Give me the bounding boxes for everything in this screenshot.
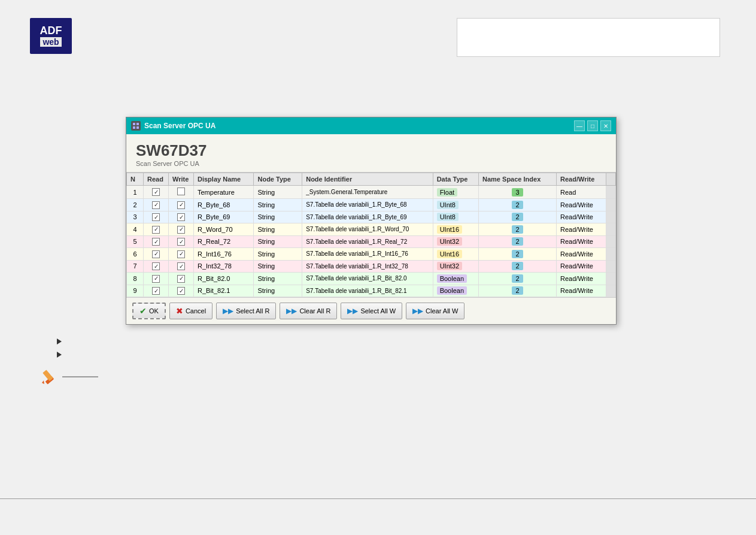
scrollbar-cell	[606, 248, 616, 261]
ns-index-badge: 2	[512, 262, 523, 270]
cell-display-name: R_Int32_78	[194, 260, 254, 273]
select-all-r-label: Select All R	[236, 307, 269, 315]
table-row: 5R_Real_72StringS7.Tabella dele variabil…	[127, 235, 616, 248]
data-type-badge: UInt16	[437, 250, 462, 258]
cell-read[interactable]	[144, 248, 169, 261]
data-type-badge: UInt16	[437, 225, 462, 234]
cell-write[interactable]	[169, 285, 194, 297]
data-type-badge: UInt32	[437, 262, 462, 270]
cell-read[interactable]	[144, 235, 169, 248]
table-row: 7R_Int32_78StringS7.Tabella dele variabi…	[127, 260, 616, 273]
cell-rw: Read/Write	[557, 211, 606, 223]
svg-marker-5	[42, 380, 44, 384]
cell-n: 3	[127, 211, 144, 223]
table-row: 1TemperatureString_System.General.Temper…	[127, 186, 616, 199]
cell-node-id: S7.Tabella dele variabili_1.R_Bit_82.0	[302, 273, 433, 285]
title-bar-text: Scan Server OPC UA	[144, 122, 215, 130]
pencil-area	[41, 368, 98, 385]
data-type-badge: UInt32	[437, 237, 462, 246]
ns-index-badge: 2	[512, 286, 523, 295]
write-checkbox[interactable]	[177, 238, 185, 246]
bullet-2	[57, 352, 65, 358]
read-checkbox[interactable]	[152, 201, 160, 209]
cell-read[interactable]	[144, 260, 169, 273]
cell-write[interactable]	[169, 248, 194, 261]
write-checkbox[interactable]	[177, 275, 185, 283]
logo-web-text: web	[40, 37, 61, 47]
top-right-box	[457, 18, 720, 57]
cell-write[interactable]	[169, 211, 194, 223]
write-checkbox[interactable]	[177, 188, 185, 195]
data-type-badge: Boolean	[437, 274, 467, 283]
maximize-button[interactable]: □	[587, 120, 598, 131]
cell-ns-index: 2	[479, 260, 557, 273]
close-button[interactable]: ✕	[600, 120, 611, 131]
cell-write[interactable]	[169, 223, 194, 236]
cell-write[interactable]	[169, 186, 194, 199]
clear-all-r-label: Clear All R	[299, 307, 330, 315]
table-row: 3R_Byte_69StringS7.Tabella dele variabil…	[127, 211, 616, 223]
cell-data-type: Boolean	[433, 285, 478, 297]
cell-node-type: String	[254, 235, 302, 248]
cell-rw: Read/Write	[557, 199, 606, 211]
read-checkbox[interactable]	[152, 238, 160, 246]
ns-index-badge: 2	[512, 213, 523, 221]
select-all-w-label: Select All W	[360, 307, 396, 315]
cancel-button[interactable]: ✖ Cancel	[169, 303, 212, 319]
dialog-subtitle: Scan Server OPC UA	[136, 160, 606, 167]
cell-data-type: Boolean	[433, 273, 478, 285]
svg-rect-0	[133, 123, 135, 125]
clear-all-w-icon: ▶▶	[412, 307, 423, 315]
clear-all-w-button[interactable]: ▶▶ Clear All W	[406, 303, 464, 319]
write-checkbox[interactable]	[177, 201, 185, 209]
clear-all-r-button[interactable]: ▶▶ Clear All R	[280, 303, 337, 319]
cell-data-type: UInt8	[433, 211, 478, 223]
write-checkbox[interactable]	[177, 262, 185, 270]
col-display-name: Display Name	[194, 173, 254, 186]
cell-node-type: String	[254, 223, 302, 236]
write-checkbox[interactable]	[177, 250, 185, 258]
cancel-icon: ✖	[176, 306, 183, 316]
minimize-button[interactable]: —	[574, 120, 585, 131]
write-checkbox[interactable]	[177, 213, 185, 221]
cell-rw: Read/Write	[557, 260, 606, 273]
pencil-icon	[41, 368, 57, 385]
table-row: 4R_Word_70StringS7.Tabella dele variabil…	[127, 223, 616, 236]
cell-read[interactable]	[144, 199, 169, 211]
write-checkbox[interactable]	[177, 287, 185, 295]
read-checkbox[interactable]	[152, 213, 160, 221]
cell-read[interactable]	[144, 186, 169, 199]
cell-write[interactable]	[169, 260, 194, 273]
scrollbar-cell	[606, 211, 616, 223]
cell-node-type: String	[254, 285, 302, 297]
cell-node-id: S7.Tabella dele variabili_1.R_Word_70	[302, 223, 433, 236]
cell-write[interactable]	[169, 199, 194, 211]
col-ns-index: Name Space Index	[479, 173, 557, 186]
read-checkbox[interactable]	[152, 275, 160, 283]
read-checkbox[interactable]	[152, 188, 160, 196]
cell-read[interactable]	[144, 223, 169, 236]
clear-all-w-label: Clear All W	[426, 307, 458, 315]
read-checkbox[interactable]	[152, 287, 160, 295]
cell-rw: Read/Write	[557, 248, 606, 261]
read-checkbox[interactable]	[152, 262, 160, 270]
read-checkbox[interactable]	[152, 226, 160, 234]
cell-read[interactable]	[144, 273, 169, 285]
cell-read[interactable]	[144, 285, 169, 297]
ok-button[interactable]: ✔ OK	[132, 303, 166, 319]
bottom-line	[0, 498, 756, 499]
read-checkbox[interactable]	[152, 250, 160, 258]
scrollbar-cell	[606, 273, 616, 285]
cell-display-name: R_Bit_82.1	[194, 285, 254, 297]
cell-write[interactable]	[169, 235, 194, 248]
select-all-w-button[interactable]: ▶▶ Select All W	[341, 303, 402, 319]
cell-read[interactable]	[144, 211, 169, 223]
write-checkbox[interactable]	[177, 226, 185, 234]
select-all-r-button[interactable]: ▶▶ Select All R	[216, 303, 276, 319]
scrollbar-cell	[606, 199, 616, 211]
cell-node-type: String	[254, 248, 302, 261]
ns-index-badge: 3	[512, 188, 523, 197]
cell-write[interactable]	[169, 273, 194, 285]
table-row: 6R_Int16_76StringS7.Tabella dele variabi…	[127, 248, 616, 261]
scrollbar-cell	[606, 186, 616, 199]
